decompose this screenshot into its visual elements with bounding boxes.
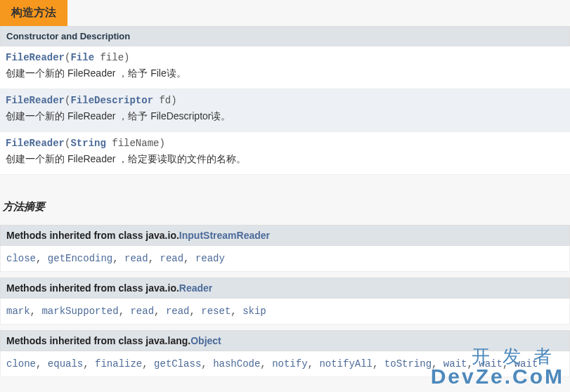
method-link[interactable]: markSupported bbox=[41, 306, 118, 317]
constructor-signature: FileReader(File file) bbox=[6, 52, 564, 63]
class-link[interactable]: FileReader bbox=[6, 138, 65, 149]
separator: , bbox=[260, 358, 272, 370]
separator: , bbox=[83, 358, 95, 370]
method-link[interactable]: ready bbox=[195, 253, 225, 264]
constructors-tab[interactable]: 构造方法 bbox=[0, 0, 67, 26]
method-list: close, getEncoding, read, read, ready bbox=[0, 246, 570, 272]
param-name: fd bbox=[159, 95, 171, 106]
inherited-prefix: Methods inherited from class java.io. bbox=[6, 282, 179, 294]
separator: , bbox=[36, 358, 48, 370]
separator: , bbox=[148, 253, 160, 264]
method-link[interactable]: mark bbox=[6, 306, 30, 317]
constructor-section-header: Constructor and Description bbox=[0, 26, 570, 46]
inherited-header: Methods inherited from class java.lang.O… bbox=[0, 330, 570, 351]
table-row: FileReader(String fileName) 创建一个新的 FileR… bbox=[0, 132, 570, 175]
method-link[interactable]: close bbox=[6, 253, 36, 264]
constructor-description: 创建一个新的 FileReader ，给定要读取的文件的名称。 bbox=[6, 153, 564, 166]
separator: , bbox=[467, 358, 479, 370]
method-list: mark, markSupported, read, read, reset, … bbox=[0, 299, 570, 325]
constructor-table: FileReader(File file) 创建一个新的 FileReader … bbox=[0, 46, 570, 175]
separator: , bbox=[119, 306, 131, 317]
parent-class-link[interactable]: Reader bbox=[179, 282, 212, 294]
method-link[interactable]: clone bbox=[6, 358, 36, 370]
type-link[interactable]: String bbox=[70, 138, 105, 149]
method-link[interactable]: skip bbox=[242, 306, 266, 317]
class-link[interactable]: FileReader bbox=[6, 95, 65, 106]
inherited-block: Methods inherited from class java.io.Inp… bbox=[0, 225, 570, 272]
type-link[interactable]: FileDescriptor bbox=[70, 95, 153, 106]
method-link[interactable]: notifyAll bbox=[319, 358, 373, 370]
separator: , bbox=[30, 306, 42, 317]
separator: , bbox=[373, 358, 384, 370]
separator: , bbox=[201, 358, 213, 370]
separator: , bbox=[432, 358, 443, 370]
inherited-prefix: Methods inherited from class java.io. bbox=[6, 230, 179, 241]
inherited-prefix: Methods inherited from class java.lang. bbox=[6, 335, 190, 346]
method-link[interactable]: getEncoding bbox=[48, 253, 112, 264]
method-link[interactable]: read bbox=[166, 306, 190, 317]
separator: , bbox=[503, 358, 514, 370]
class-link[interactable]: FileReader bbox=[6, 52, 65, 63]
method-link[interactable]: reset bbox=[201, 306, 231, 317]
separator: , bbox=[189, 306, 201, 317]
separator: , bbox=[112, 253, 124, 264]
table-row: FileReader(FileDescriptor fd) 创建一个新的 Fil… bbox=[0, 89, 570, 132]
separator: , bbox=[183, 253, 195, 264]
method-link[interactable]: wait bbox=[514, 358, 538, 370]
type-link[interactable]: File bbox=[70, 52, 94, 63]
param-name: fileName bbox=[112, 138, 159, 149]
parent-class-link[interactable]: Object bbox=[190, 335, 221, 346]
separator: , bbox=[308, 358, 320, 370]
separator: , bbox=[154, 306, 166, 317]
method-link[interactable]: wait bbox=[443, 358, 467, 370]
inherited-block: Methods inherited from class java.lang.O… bbox=[0, 330, 570, 377]
method-link[interactable]: notify bbox=[272, 358, 307, 370]
separator: , bbox=[142, 358, 154, 370]
constructor-signature: FileReader(String fileName) bbox=[6, 138, 564, 149]
param-name: file bbox=[100, 52, 124, 63]
method-link[interactable]: read bbox=[124, 253, 148, 264]
constructor-signature: FileReader(FileDescriptor fd) bbox=[6, 95, 564, 106]
method-link[interactable]: read bbox=[130, 306, 154, 317]
method-link[interactable]: wait bbox=[479, 358, 503, 370]
inherited-methods-container: Methods inherited from class java.io.Inp… bbox=[0, 225, 570, 377]
method-link[interactable]: equals bbox=[48, 358, 83, 370]
parent-class-link[interactable]: InputStreamReader bbox=[179, 230, 270, 241]
method-link[interactable]: getClass bbox=[154, 358, 201, 370]
method-link[interactable]: toString bbox=[384, 358, 432, 370]
method-link[interactable]: read bbox=[160, 253, 183, 264]
table-row: FileReader(File file) 创建一个新的 FileReader … bbox=[0, 46, 570, 89]
separator: , bbox=[36, 253, 48, 264]
tab-header: 构造方法 bbox=[0, 0, 570, 26]
method-list: clone, equals, finalize, getClass, hashC… bbox=[0, 351, 570, 377]
method-summary-title: 方法摘要 bbox=[0, 192, 570, 219]
constructor-description: 创建一个新的 FileReader ，给予 File读。 bbox=[6, 67, 564, 80]
method-link[interactable]: hashCode bbox=[213, 358, 260, 370]
inherited-header: Methods inherited from class java.io.Inp… bbox=[0, 225, 570, 246]
inherited-block: Methods inherited from class java.io.Rea… bbox=[0, 277, 570, 325]
method-link[interactable]: finalize bbox=[95, 358, 142, 370]
separator: , bbox=[231, 306, 242, 317]
inherited-header: Methods inherited from class java.io.Rea… bbox=[0, 277, 570, 299]
constructor-description: 创建一个新的 FileReader ，给予 FileDescriptor读。 bbox=[6, 110, 564, 123]
